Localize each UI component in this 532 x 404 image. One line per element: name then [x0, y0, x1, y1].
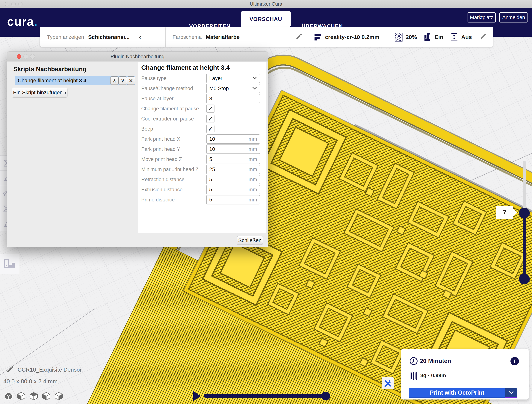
window-title: Ultimaker Cura [0, 0, 532, 8]
toolpath-decor [268, 284, 298, 314]
infill-value: 20% [406, 34, 417, 40]
prime-distance-input[interactable]: 5 mm [206, 195, 260, 205]
info-icon[interactable]: i [510, 357, 519, 366]
field-row: Park print head X 10 mm [141, 134, 263, 144]
tool-support-blocker-button[interactable] [0, 254, 19, 274]
dialog-title: Plugin Nachbearbeitung [7, 52, 268, 61]
view-left-icon[interactable] [42, 392, 51, 401]
cool-extruder-checkbox[interactable]: ✓ [206, 115, 215, 123]
field-label: Change filament at pause [141, 106, 199, 112]
field-label: Park print head Y [141, 146, 180, 152]
scripts-heading: Skripts Nachbearbeitung [13, 66, 87, 73]
field-row: Retraction distance 5 mm [141, 174, 263, 185]
simulation-timeline-handle[interactable] [322, 392, 330, 400]
script-name: Change filament at height 3.4 [18, 77, 86, 83]
field-label: Pause/Change method [141, 86, 193, 91]
field-row: Pause type Layer [141, 73, 263, 83]
minimum-park-z-input[interactable]: 25 mm [206, 165, 260, 174]
printer-profile: creality-cr-10 0.2mm [325, 34, 379, 40]
dialog-minimize-icon[interactable] [23, 54, 28, 59]
qr-finder-square [263, 110, 345, 193]
move-script-up-button[interactable]: ∧ [110, 77, 119, 85]
toolpath-decor [307, 280, 314, 288]
remove-script-button[interactable]: ✕ [127, 77, 135, 85]
layer-slider-range[interactable] [523, 212, 526, 281]
view-3d-icon[interactable] [4, 392, 13, 401]
tab-preview[interactable]: VORSCHAU [241, 11, 291, 27]
pause-type-select[interactable]: Layer [206, 74, 260, 83]
field-label: Pause type [141, 76, 166, 81]
edit-pencil-icon[interactable] [479, 34, 486, 40]
toolpath-decor [345, 210, 393, 251]
material-usage: 3g · 0.99m [420, 372, 446, 378]
move-script-down-button[interactable]: ∨ [119, 77, 127, 85]
view-right-icon[interactable] [54, 392, 63, 401]
toolpath-decor [396, 243, 434, 281]
park-y-input[interactable]: 10 mm [206, 144, 260, 154]
unit-label: mm [249, 167, 257, 172]
pause-method-select[interactable]: M0 Stop [206, 84, 260, 93]
layer-slider-lower-handle[interactable] [519, 274, 530, 284]
field-row: Move print head Z 5 mm [141, 154, 263, 164]
retraction-distance-input[interactable]: 5 mm [206, 175, 260, 184]
unit-label: mm [249, 197, 257, 203]
chevron-down-icon [252, 76, 257, 80]
post-processing-dialog: Plugin Nachbearbeitung Skripts Nachbearb… [7, 51, 268, 247]
toolpath-decor [397, 227, 405, 234]
add-script-dropdown[interactable]: Ein Skript hinzufügen ▾ [12, 88, 67, 97]
camera-view-buttons [4, 392, 63, 401]
toolpath-decor [315, 304, 352, 341]
logo-dot: . [34, 15, 38, 28]
support-icon [424, 33, 432, 42]
change-filament-checkbox[interactable]: ✓ [206, 105, 215, 113]
move-z-input[interactable]: 5 mm [206, 154, 260, 164]
monitor-tools-button[interactable] [382, 377, 394, 389]
simulation-timeline[interactable] [204, 394, 328, 398]
print-button[interactable]: Print with OctoPrint [409, 388, 517, 398]
color-scheme-selector[interactable]: Farbschema Materialfarbe [166, 27, 308, 47]
view-top-icon[interactable] [29, 392, 38, 401]
edit-pencil-icon[interactable] [295, 34, 302, 40]
view-type-selector[interactable]: Typen anzeigen Schichtenansi... ‹ [40, 27, 165, 47]
dialog-titlebar[interactable]: Plugin Nachbearbeitung [7, 52, 268, 61]
extrusion-distance-input[interactable]: 5 mm [206, 185, 260, 194]
infill-icon [394, 32, 403, 42]
field-label: Move print head Z [141, 156, 182, 162]
print-button-label: Print with OctoPrint [409, 388, 505, 397]
field-row: Change filament at pause ✓ [141, 104, 263, 114]
layer-number-flag: 7 [496, 206, 513, 219]
field-row: Pause/Change method M0 Stop [141, 83, 263, 94]
layer-slider-track[interactable] [523, 161, 526, 216]
print-button-dropdown[interactable] [505, 388, 517, 397]
color-scheme-label: Farbschema [172, 34, 202, 40]
unit-label: mm [249, 187, 257, 193]
model-name: CCR10_Exquisite Densor [18, 366, 82, 373]
pause-at-layer-input[interactable]: 8 [206, 94, 260, 103]
print-summary-card: 20 Minuten 3g · 0.99m Print with OctoPri… [401, 349, 529, 399]
toolpath-decor [364, 308, 371, 316]
simulation-play-button[interactable] [193, 391, 201, 401]
rename-pencil-icon[interactable] [6, 366, 13, 374]
toolpath-decor [383, 295, 427, 333]
close-dialog-button[interactable]: Schließen [237, 236, 263, 245]
toolpath-decor [366, 188, 374, 196]
toolpath-decor [371, 341, 404, 373]
view-front-icon[interactable] [17, 392, 26, 401]
field-label: Minimum par...rint head Z [141, 167, 199, 172]
field-row: Beep ✓ [141, 124, 263, 134]
field-row: Minimum par...rint head Z 25 mm [141, 164, 263, 174]
marketplace-button[interactable]: Marktplatz [468, 12, 496, 22]
toolpath-decor [348, 265, 380, 297]
print-settings-summary[interactable]: creality-cr-10 0.2mm 20% Ein Aus [308, 27, 493, 47]
layer-slider-upper-handle[interactable] [519, 208, 530, 218]
dialog-maximize-icon[interactable] [30, 54, 35, 59]
dialog-close-icon[interactable] [17, 54, 21, 59]
support-blocker-icon [3, 258, 16, 270]
field-label: Retraction distance [141, 177, 184, 183]
sign-in-button[interactable]: Anmelden [499, 12, 528, 22]
beep-checkbox[interactable]: ✓ [206, 125, 215, 133]
print-time: 20 Minuten [420, 358, 451, 365]
toolpath-decor [491, 243, 526, 278]
field-label: Beep [141, 126, 153, 132]
park-x-input[interactable]: 10 mm [206, 134, 260, 144]
